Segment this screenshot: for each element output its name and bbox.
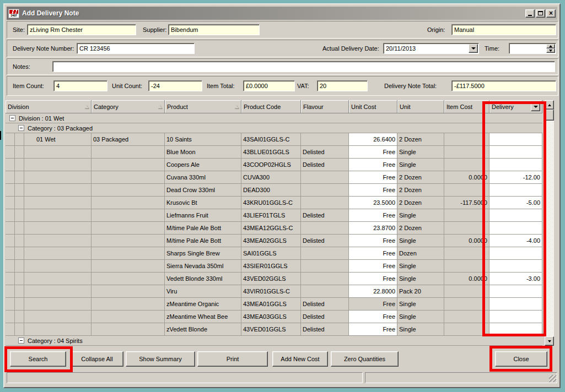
scroll-down-button[interactable] [545,336,554,346]
cell-flavour: Delisted [301,311,349,323]
cell-unit-cost[interactable]: Free [349,146,397,159]
cell-delivery[interactable] [489,323,542,336]
grid-rows: 01 Wet 03 Packaged 10 Saints 43SAI01GGLS… [6,133,542,336]
window-controls: × [525,9,556,18]
sort-ascending-icon [158,105,162,108]
add-new-cost-button[interactable]: Add New Cost [272,351,328,367]
notes-field[interactable] [52,61,555,72]
cell-unit-cost[interactable]: Free [349,209,397,222]
table-row[interactable]: zVedett Blonde 43VED01GGLS Delisted Free… [6,323,542,336]
header-delivery[interactable]: Delivery [489,100,542,113]
cell-delivery[interactable] [489,184,542,197]
cell-unit-cost[interactable]: 22.8000 [349,285,397,298]
vertical-scrollbar[interactable] [545,100,554,346]
cell-unit-cost[interactable]: Free [349,323,397,336]
group-row-category[interactable]: Category : 03 Packaged [6,123,542,133]
window-titlebar[interactable]: 3407 Add Delivery Note × [7,7,557,20]
cell-unit-cost[interactable]: Free [349,260,397,273]
table-row[interactable]: Cuvana 330ml CUVA300 Free 2 Dozen 0.0000… [6,171,542,184]
cell-delivery[interactable] [489,260,542,273]
header-division[interactable]: Division [6,100,92,113]
cell-delivery[interactable] [489,146,542,159]
actual-delivery-date-label: Actual Delivery Date: [322,45,379,52]
cell-unit-cost[interactable]: Free [349,247,397,260]
cell-delivery[interactable]: -5.00 [489,197,542,209]
time-field[interactable] [509,43,556,54]
table-row[interactable]: zMeantime Wheat Bee 43MEA03GGLS Delisted… [6,311,542,323]
cell-unit-cost[interactable]: 23.5000 [349,197,397,209]
cell-delivery[interactable] [489,285,542,298]
table-row[interactable]: M/time Pale Ale Bott 43MEA12GGLS-C 23.87… [6,222,542,235]
cell-delivery[interactable]: -12.00 [489,171,542,184]
cell-delivery[interactable]: -3.00 [489,273,542,285]
table-row[interactable]: Liefmanns Fruit 43LIEF01TGLS Delisted Fr… [6,209,542,222]
group-row-category-spirits[interactable]: Category : 04 Spirits [6,336,542,346]
table-row[interactable]: M/time Pale Ale Bott 43MEA02GGLS Deliste… [6,235,542,247]
show-summary-button[interactable]: Show Summary [126,351,195,367]
minimize-button[interactable] [525,9,535,18]
cell-unit-cost[interactable]: Free [349,273,397,285]
maximize-button[interactable] [536,9,545,18]
time-spin-down-button[interactable] [546,48,555,53]
collapse-expander-icon[interactable] [9,115,15,121]
actual-delivery-date-combo[interactable]: 20/11/2013 [383,43,479,54]
cell-unit: Single [397,323,444,336]
window-close-button[interactable]: × [546,9,556,18]
cell-delivery[interactable] [489,311,542,323]
cell-unit-cost[interactable]: Free [349,298,397,311]
group-row-division[interactable]: Division : 01 Wet [6,113,542,123]
table-row[interactable]: Dead Crow 330ml DEAD300 Free 2 Dozen [6,184,542,197]
header-flavour[interactable]: Flavour [301,100,349,113]
cell-delivery[interactable] [489,209,542,222]
time-spin-up-button[interactable] [546,44,555,48]
table-row[interactable]: Viru 43VIR01GGLS-C 22.8000 Pack 20 [6,285,542,298]
table-row[interactable]: zMeantime Organic 43MEA01GGLS Delisted F… [6,298,542,311]
cell-item-cost [444,260,489,273]
cell-unit-cost[interactable]: Free [349,311,397,323]
scroll-up-button[interactable] [545,100,554,110]
cell-item-cost: -117.5000 [444,197,489,209]
header-item-cost[interactable]: Item Cost [444,100,489,113]
collapse-all-button[interactable]: Collapse All [71,351,123,367]
cell-product-code: 43SAI01GGLS-C [241,133,301,146]
cell-delivery[interactable] [489,298,542,311]
table-row[interactable]: Coopers Ale 43COOP02HGLS Delisted Free S… [6,159,542,171]
cell-unit-cost[interactable]: Free [349,159,397,171]
search-button[interactable]: Search [10,351,66,367]
table-row[interactable]: Blue Moon 43BLUE01GGLS Delisted Free Sin… [6,146,542,159]
header-product[interactable]: Product [165,100,241,113]
cell-delivery[interactable] [489,133,542,146]
cell-delivery[interactable]: -4.00 [489,235,542,247]
table-row[interactable]: 01 Wet 03 Packaged 10 Saints 43SAI01GGLS… [6,133,542,146]
delivery-note-number-field[interactable]: CR 123456 [77,43,195,54]
scrollbar-thumb[interactable] [545,110,554,121]
header-product-code[interactable]: Product Code [241,100,301,113]
table-row[interactable]: Sharps Single Brew SAI01GGLS Free Dozen [6,247,542,260]
collapse-expander-icon[interactable] [18,125,24,131]
cell-product-code: 43VED02GGLS [241,273,301,285]
close-button[interactable]: Close [495,351,547,367]
date-dropdown-button[interactable] [469,44,478,53]
cell-unit-cost[interactable]: 23.8700 [349,222,397,235]
print-button[interactable]: Print [197,351,268,367]
table-row[interactable]: Sierra Nevada 350ml 43SIER01GGLS Free Si… [6,260,542,273]
cell-unit-cost[interactable]: Free [349,184,397,197]
cell-delivery[interactable] [489,222,542,235]
cell-delivery[interactable] [489,247,542,260]
header-category[interactable]: Category [92,100,165,113]
cell-unit-cost[interactable]: 26.6400 [349,133,397,146]
resize-grip[interactable] [549,375,556,382]
table-row[interactable]: Krusovic Bt 43KRU01GGLS-C 23.5000 2 Doze… [6,197,542,209]
cell-division [35,159,92,171]
header-item-cost-label: Item Cost [446,104,472,110]
cell-unit-cost[interactable]: Free [349,235,397,247]
delivery-filter-button[interactable] [531,102,540,111]
table-row[interactable]: Vedett Blonde 330ml 43VED02GGLS Free Sin… [6,273,542,285]
cell-unit-cost[interactable]: Free [349,171,397,184]
header-unit-cost[interactable]: Unit Cost [349,100,397,113]
header-unit[interactable]: Unit [397,100,444,113]
cell-category [92,311,165,323]
zero-quantities-button[interactable]: Zero Quantities [331,351,399,367]
collapse-expander-icon[interactable] [18,337,24,344]
cell-delivery[interactable] [489,159,542,171]
